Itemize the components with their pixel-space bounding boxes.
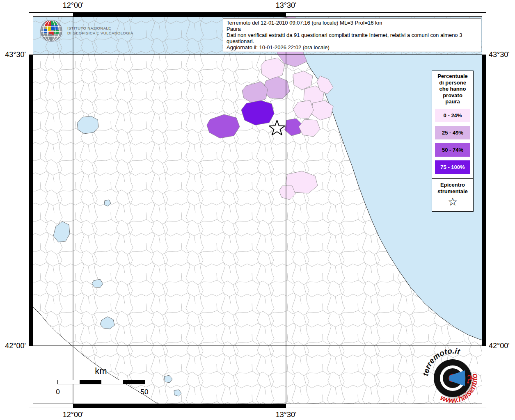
scalebar-start-label: 0 [52,388,64,396]
scalebar-unit-label: km [80,366,121,377]
legend-title: Percentuale di persone che hanno provato… [436,73,469,105]
ingv-name: ISTITUTO NAZIONALE DI GEOFISICA E VULCAN… [67,26,133,36]
legend-class-label: 25 - 49% [442,130,463,136]
frame-segment [482,55,486,346]
legend-epicenter-title: Epicentro strumentale [434,182,472,195]
frame-segment [73,404,286,408]
legend-class-label: 0 - 24% [444,112,462,119]
legend-class-item: 0 - 24% [435,109,470,122]
legend-class-label: 75 - 100% [440,164,465,170]
legend-class-item: 25 - 49% [435,126,470,139]
lon-label-top-left: 12°00' [53,1,94,9]
lat-label-left-bottom: 42°00' [0,342,26,350]
legend-separator [432,178,473,179]
lon-label-bottom-left: 12°00' [53,411,94,419]
ingv-name-line1: ISTITUTO NAZIONALE [67,26,133,31]
lon-label-top-right: 13°30' [266,1,307,9]
scalebar [57,380,145,384]
earthquake-info-box: Terremoto del 12-01-2010 09:07:16 (ora l… [223,18,481,52]
ingv-name-line2: DI GEOFISICA E VULCANOLOGIA [67,31,133,36]
page: ? terremoto.it www.haisentito 12°00 [0,0,515,420]
scalebar-segment [123,380,145,384]
lat-label-left-top: 43°30' [0,50,26,59]
legend-class-item: 75 - 100% [435,160,470,174]
legend: Percentuale di persone che hanno provato… [432,71,474,212]
lon-label-bottom-right: 13°30' [266,411,307,419]
scalebar-end-label: 50 [138,388,151,396]
lat-label-right-top: 43°30' [489,50,515,59]
info-line-updated: Aggiornato il: 10-01-2026 22:02 (ora loc… [227,44,478,50]
info-line-disclaimer: Dati non verificati estratti da 91 quest… [227,32,478,44]
ingv-globe-icon [39,19,63,43]
lat-label-right-bottom: 42°00' [489,342,515,350]
info-line-event: Terremoto del 12-01-2010 09:07:16 (ora l… [227,20,478,26]
frame-segment [73,12,286,16]
ingv-logo: ISTITUTO NAZIONALE DI GEOFISICA E VULCAN… [39,19,133,43]
legend-class-item: 50 - 74% [435,143,470,157]
scalebar-segment [80,380,101,384]
legend-epicenter-star-icon: ☆ [434,196,472,208]
legend-class-label: 50 - 74% [442,147,463,153]
info-line-map-type: Paura [227,26,478,32]
frame-segment [29,55,33,346]
